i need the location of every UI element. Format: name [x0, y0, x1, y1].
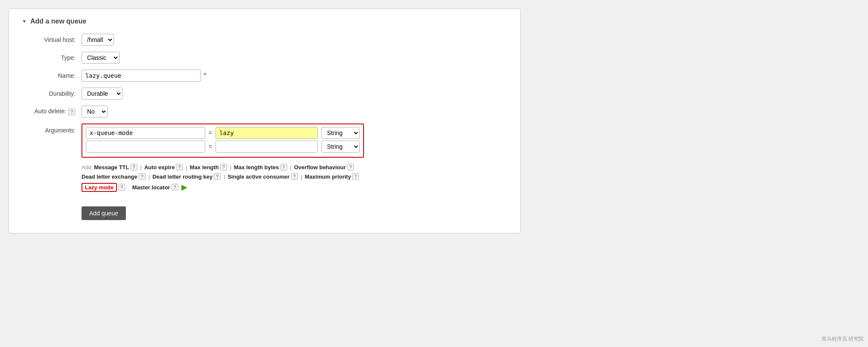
arguments-box: = String Number Boolean List = String [82, 124, 364, 158]
arg-type-select-1[interactable]: String Number Boolean List [321, 127, 360, 139]
arg-val-input-1[interactable] [216, 127, 318, 139]
auto-expire-help[interactable]: ? [176, 164, 183, 171]
auto-delete-label: Auto delete: ? [22, 108, 82, 115]
arguments-section: Arguments: = String Number Boolean List [22, 124, 507, 192]
master-locator-help[interactable]: ? [172, 184, 178, 191]
add-links-line3: Lazy mode ? Master locator ? ▶ [82, 182, 507, 192]
maximum-priority-link[interactable]: Maximum priority [305, 174, 351, 180]
add-queue-button-container: Add queue [82, 198, 507, 220]
dead-letter-routing-key-link[interactable]: Dead letter routing key [152, 174, 213, 180]
overflow-behaviour-link[interactable]: Overflow behaviour [294, 164, 346, 171]
name-input[interactable] [82, 70, 201, 82]
arg-eq-1: = [205, 129, 216, 136]
collapse-icon[interactable]: ▼ [22, 18, 27, 24]
sep4: | [290, 164, 291, 171]
dead-letter-exchange-help[interactable]: ? [139, 173, 146, 180]
required-star: * [204, 72, 206, 79]
auto-expire-link[interactable]: Auto expire [144, 164, 175, 171]
arg-eq-2: = [205, 143, 216, 150]
sep3: | [230, 164, 231, 171]
master-locator-gap [130, 184, 131, 191]
master-locator-link[interactable]: Master locator [132, 184, 170, 191]
panel-header: ▼ Add a new queue [22, 18, 507, 25]
add-links-line2: Dead letter exchange ? | Dead letter rou… [82, 173, 507, 180]
arguments-content: = String Number Boolean List = String [82, 124, 507, 192]
type-select[interactable]: Classic Quorum [82, 52, 119, 64]
arg-key-input-2[interactable] [86, 141, 205, 153]
argument-row-2: = String Number Boolean List [86, 141, 360, 153]
panel-title: Add a new queue [30, 18, 87, 25]
dead-letter-exchange-link[interactable]: Dead letter exchange [82, 174, 137, 180]
name-row: Name: * [22, 70, 507, 82]
max-length-help[interactable]: ? [220, 164, 227, 171]
max-length-link[interactable]: Max length [190, 164, 219, 171]
add-links-line1: Add Message TTL ? | Auto expire ? | Max … [82, 164, 507, 171]
durability-select[interactable]: Durable Transient [82, 88, 122, 100]
sep6: | [224, 174, 225, 180]
arg-type-select-2[interactable]: String Number Boolean List [321, 141, 360, 153]
virtual-host-row: Virtual host: /hmall [22, 34, 507, 46]
sep5: | [149, 174, 150, 180]
add-queue-panel: ▼ Add a new queue Virtual host: /hmall T… [9, 9, 521, 233]
single-active-consumer-help[interactable]: ? [291, 173, 298, 180]
name-label: Name: [22, 72, 82, 79]
message-ttl-help[interactable]: ? [131, 164, 137, 171]
type-row: Type: Classic Quorum [22, 52, 507, 64]
durability-label: Durability: [22, 90, 82, 97]
watermark: 黑马程序员 研究院 [821, 335, 864, 343]
lazy-mode-link[interactable]: Lazy mode [82, 183, 117, 192]
auto-delete-select[interactable]: No Yes [82, 106, 108, 118]
arguments-label: Arguments: [22, 124, 82, 134]
arg-key-input-1[interactable] [86, 127, 205, 139]
cursor-icon: ▶ [181, 182, 187, 192]
dead-letter-routing-key-help[interactable]: ? [214, 173, 221, 180]
virtual-host-select[interactable]: /hmall [82, 34, 114, 46]
maximum-priority-help[interactable]: ? [352, 173, 359, 180]
sep7: | [301, 174, 302, 180]
sep1: | [140, 164, 142, 171]
sep2: | [186, 164, 187, 171]
lazy-mode-help[interactable]: ? [118, 184, 125, 191]
max-length-bytes-help[interactable]: ? [280, 164, 287, 171]
auto-delete-help-icon[interactable]: ? [68, 109, 75, 115]
overflow-behaviour-help[interactable]: ? [347, 164, 354, 171]
durability-row: Durability: Durable Transient [22, 88, 507, 100]
auto-delete-row: Auto delete: ? No Yes [22, 106, 507, 118]
arg-val-input-2[interactable] [216, 141, 318, 153]
single-active-consumer-link[interactable]: Single active consumer [227, 174, 289, 180]
add-label: Add [82, 164, 91, 171]
virtual-host-label: Virtual host: [22, 36, 82, 43]
type-label: Type: [22, 54, 82, 61]
message-ttl-link[interactable]: Message TTL [94, 164, 129, 171]
add-queue-button[interactable]: Add queue [82, 206, 126, 220]
max-length-bytes-link[interactable]: Max length bytes [234, 164, 279, 171]
argument-row-1: = String Number Boolean List [86, 127, 360, 139]
